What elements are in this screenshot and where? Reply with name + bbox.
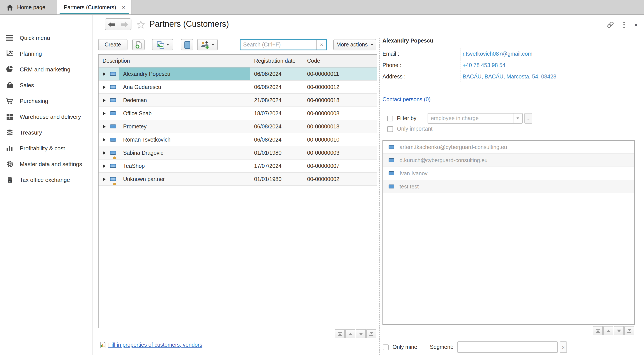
go-first-button[interactable]	[335, 329, 345, 338]
new-item-button[interactable]	[132, 39, 144, 50]
table-row[interactable]: Alexandry Popescu 06/08/2024 00-00000011	[98, 68, 377, 81]
sidebar-item-label: CRM and marketing	[20, 66, 70, 73]
table-row[interactable]: Unknown partner 01/01/1980 00-00000002	[98, 173, 377, 186]
partner-icon	[110, 151, 119, 155]
sidebar: Quick menu Planning CRM and marketing Sa…	[0, 15, 92, 355]
address-link[interactable]: BACĂU, BACĂU, Marcosta, 54, 08428	[460, 71, 635, 82]
sidebar-item-master-data-and-settings[interactable]: Master data and settings	[0, 156, 92, 172]
expand-arrow-icon[interactable]	[98, 98, 110, 102]
expand-arrow-icon[interactable]	[98, 138, 110, 141]
contact-name: artem.tkachenko@cyberguard-consulting.eu	[400, 144, 507, 150]
create-button[interactable]: Create	[98, 39, 128, 50]
table-row[interactable]: Prometey 06/08/2024 00-00000013	[98, 120, 377, 133]
contact-persons-button[interactable]	[197, 39, 218, 50]
partner-icon	[110, 125, 119, 128]
expand-arrow-icon[interactable]	[98, 85, 110, 89]
expand-arrow-icon[interactable]	[98, 112, 110, 115]
partner-icon	[110, 111, 119, 115]
only-mine-checkbox[interactable]	[383, 344, 388, 350]
chevron-down-icon[interactable]	[550, 342, 557, 352]
chevron-down-icon[interactable]	[513, 114, 522, 123]
table-row[interactable]: Roman Tsvetkovich 06/08/2024 00-00000010	[98, 133, 377, 146]
main-area: Partners (Customers) × Create	[93, 15, 644, 355]
only-important-checkbox[interactable]	[387, 126, 393, 132]
filter-more-button[interactable]: ...	[524, 113, 532, 124]
sidebar-item-profitability-cost[interactable]: Profitability & cost	[0, 140, 92, 156]
right-edge-splitter[interactable]	[639, 38, 639, 355]
go-last-button[interactable]	[624, 326, 634, 335]
search-clear-icon[interactable]: ×	[316, 40, 326, 50]
list-item[interactable]: d.kuruch@cyberguard-consulting.eu	[383, 154, 634, 167]
search-input[interactable]	[240, 40, 316, 50]
table-row[interactable]: TeaShop 17/07/2024 00-00000007	[98, 160, 377, 173]
filter-value-combo[interactable]: employee in charge	[428, 113, 523, 124]
filter-by-row: Filter by employee in charge ...	[387, 113, 532, 124]
details-fields: Email : r.tsvetkovich087@gmail.com Phone…	[382, 48, 635, 82]
fill-properties-link[interactable]: Fill in properties of customers, vendors	[108, 342, 202, 348]
expand-arrow-icon[interactable]	[98, 125, 110, 128]
register-button[interactable]	[181, 39, 193, 50]
go-next-button[interactable]	[614, 326, 624, 335]
partner-icon	[110, 98, 119, 102]
table-row[interactable]: Ana Gudarescu 06/08/2024 00-00000012	[98, 81, 377, 94]
segment-clear-button[interactable]: x	[560, 341, 567, 353]
more-actions-label: More actions	[336, 42, 368, 48]
sidebar-item-sales[interactable]: Sales	[0, 77, 92, 93]
field-label: Email :	[382, 48, 460, 60]
search-box: ×	[240, 39, 327, 50]
sidebar-item-purchasing[interactable]: Purchasing	[0, 93, 92, 109]
tab-partners-customers[interactable]: Partners (Customers) ×	[57, 0, 131, 15]
column-header-description[interactable]: Description	[98, 55, 250, 67]
list-item[interactable]: artem.tkachenko@cyberguard-consulting.eu	[383, 141, 634, 154]
expand-arrow-icon[interactable]	[98, 164, 110, 168]
segment-label: Segment:	[430, 344, 454, 350]
tab-close-icon[interactable]: ×	[122, 4, 125, 11]
list-item[interactable]: Ivan Ivanov	[383, 167, 634, 180]
people-add-icon	[201, 41, 210, 49]
expand-arrow-icon[interactable]	[98, 151, 110, 155]
go-last-button[interactable]	[366, 329, 376, 338]
contact-persons-link[interactable]: Contact persons (0)	[382, 96, 431, 103]
sidebar-item-warehouse-and-delivery[interactable]: Warehouse and delivery	[0, 109, 92, 125]
sidebar-item-label: Planning	[20, 50, 42, 57]
sidebar-item-planning[interactable]: Planning	[0, 46, 92, 61]
contact-name: d.kuruch@cyberguard-consulting.eu	[400, 157, 488, 163]
tab-home-page[interactable]: Home page	[0, 0, 57, 15]
email-link[interactable]: r.tsvetkovich087@gmail.com	[460, 48, 635, 60]
go-first-button[interactable]	[593, 326, 603, 335]
phone-link[interactable]: +40 78 453 98 54	[460, 60, 635, 71]
go-next-button[interactable]	[356, 329, 366, 338]
copy-button[interactable]	[152, 39, 173, 50]
column-header-code[interactable]: Code	[303, 55, 377, 67]
sidebar-item-treasury[interactable]: Treasury	[0, 125, 92, 140]
gear-icon	[6, 160, 14, 168]
go-previous-button[interactable]	[345, 329, 355, 338]
more-menu-icon[interactable]	[624, 22, 625, 28]
expand-arrow-icon[interactable]	[98, 72, 110, 76]
sidebar-item-quick-menu[interactable]: Quick menu	[0, 30, 92, 46]
go-previous-button[interactable]	[603, 326, 613, 335]
pie-chart-icon	[6, 65, 14, 73]
favorite-star-icon[interactable]	[137, 21, 145, 29]
list-item[interactable]: test test	[383, 180, 634, 193]
more-actions-button[interactable]: More actions	[334, 39, 376, 50]
column-header-registration-date[interactable]: Registration date	[250, 55, 303, 67]
table-row[interactable]: Office Snab 18/07/2024 00-00000008	[98, 107, 377, 120]
link-icon[interactable]	[607, 21, 614, 29]
contact-name: Ivan Ivanov	[400, 170, 428, 176]
segment-combo[interactable]	[457, 341, 558, 353]
table-row[interactable]: Dedeman 21/08/2024 00-00000018	[98, 94, 377, 107]
coins-icon	[6, 128, 14, 136]
back-button[interactable]	[105, 19, 118, 30]
filter-by-checkbox[interactable]	[387, 116, 393, 121]
contact-icon	[388, 158, 394, 162]
window-controls: ×	[607, 21, 638, 29]
forward-button[interactable]	[118, 19, 131, 30]
sidebar-item-crm-and-marketing[interactable]: CRM and marketing	[0, 61, 92, 77]
expand-arrow-icon[interactable]	[98, 177, 110, 181]
panel-splitter[interactable]	[380, 38, 380, 355]
filter-by-label: Filter by	[397, 115, 416, 121]
sidebar-item-tax-office-exchange[interactable]: TAX Tax office exchange	[0, 172, 92, 188]
table-row[interactable]: Sabina Dragovic 01/01/1980 00-00000003	[98, 146, 377, 160]
close-icon[interactable]: ×	[634, 22, 638, 27]
